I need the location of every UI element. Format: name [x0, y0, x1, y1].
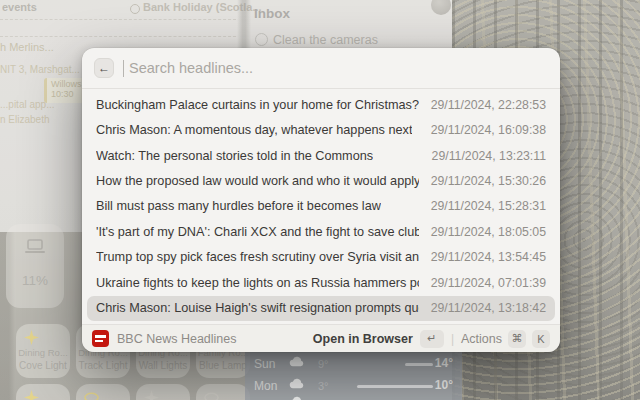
open-in-browser-button[interactable]: Open in Browser ↵: [313, 330, 444, 348]
sparkle-icon: [24, 330, 39, 345]
weather-high-temp: 10°: [435, 378, 453, 392]
news-title: Buckingham Palace curtains in your home …: [96, 98, 419, 112]
actions-label: Actions: [461, 332, 502, 346]
sparkle-icon: [24, 390, 39, 400]
weather-high-temp: 14°: [435, 356, 453, 370]
actions-button[interactable]: Actions ⌘ K: [461, 330, 550, 348]
return-key-icon: ↵: [420, 330, 444, 348]
news-title: Bill must pass many hurdles before it be…: [96, 199, 381, 213]
weather-row: Sun 9° 14°: [245, 354, 462, 372]
home-tile[interactable]: [76, 384, 130, 400]
news-timestamp: 29/11/2024, 22:28:53: [431, 98, 546, 112]
calendar-divider: [0, 36, 236, 37]
weather-low-temp: 3°: [318, 380, 329, 392]
news-timestamp: 29/11/2024, 13:18:42: [431, 301, 546, 315]
news-timestamp: 29/11/2024, 13:54:45: [431, 250, 546, 264]
laptop-icon: [24, 239, 46, 255]
cloud-icon: [289, 356, 304, 367]
back-button[interactable]: ←: [94, 58, 114, 78]
battery-percent: 11%: [6, 273, 64, 288]
news-timestamp: 29/11/2024, 15:28:31: [431, 199, 546, 213]
news-timestamp: 29/11/2024, 18:05:05: [431, 225, 546, 239]
news-row[interactable]: Trump top spy pick faces fresh scrutiny …: [87, 245, 555, 270]
weather-day: Mon: [254, 379, 277, 393]
news-row[interactable]: Watch: The personal stories told in the …: [87, 143, 555, 168]
tile-device: Track Light: [76, 360, 130, 371]
news-timestamp: 29/11/2024, 07:01:39: [431, 276, 546, 290]
news-title: Chris Mason: Louise Haigh's swift resign…: [96, 301, 419, 315]
home-tile[interactable]: [136, 384, 190, 400]
widget-icon: [431, 0, 451, 15]
weather-temp-bar: [405, 363, 433, 366]
k-key-icon: K: [532, 330, 550, 348]
calendar-event: h Merlins...: [0, 41, 80, 53]
search-bar: ←: [82, 48, 560, 89]
tile-room: Dining Ro...: [16, 347, 70, 358]
news-row[interactable]: Buckingham Palace curtains in your home …: [87, 92, 555, 117]
tile-device: Cove Light: [16, 360, 70, 371]
news-timestamp: 29/11/2024, 15:30:26: [431, 174, 546, 188]
news-timestamp: 29/11/2024, 16:09:38: [431, 123, 546, 137]
reminder-checkbox[interactable]: [255, 33, 268, 46]
headline-list: Buckingham Palace curtains in your home …: [82, 89, 560, 324]
footer-divider: |: [451, 332, 454, 346]
calendar-events-label: events: [2, 1, 37, 13]
weather-low-temp: 9°: [318, 358, 329, 370]
calendar-event: n Elizabeth: [0, 114, 80, 125]
repeat-icon: [130, 4, 140, 14]
extension-name: BBC News Headlines: [117, 332, 237, 346]
calendar-event: NIT 3, Marshgat...: [0, 64, 80, 75]
news-row[interactable]: Ukraine fights to keep the lights on as …: [87, 270, 555, 295]
lamp-icon: [204, 390, 219, 400]
screen: events Bank Holiday (Scotla... h Merlins…: [0, 0, 640, 400]
news-title: 'It's part of my DNA': Charli XCX and th…: [96, 225, 419, 239]
footer-actions-group: Open in Browser ↵ | Actions ⌘ K: [313, 330, 550, 348]
home-tile[interactable]: [16, 384, 70, 400]
news-timestamp: 29/11/2024, 13:23:11: [432, 149, 546, 163]
news-row[interactable]: 'It's part of my DNA': Charli XCX and th…: [87, 219, 555, 244]
news-row[interactable]: Bill must pass many hurdles before it be…: [87, 194, 555, 219]
sparkle-icon: [144, 390, 159, 400]
cloud-icon: [289, 396, 304, 400]
news-title: Ukraine fights to keep the lights on as …: [96, 276, 419, 290]
open-in-browser-label: Open in Browser: [313, 332, 413, 346]
weather-day: Sun: [254, 357, 275, 371]
news-row[interactable]: How the proposed law would work and who …: [87, 168, 555, 193]
tile-device: Blue Lamp: [196, 360, 250, 371]
window-edge-shadow: [237, 0, 251, 50]
lamp-icon: [84, 390, 99, 400]
reminder-item[interactable]: Clean the cameras: [273, 33, 378, 47]
tile-device: Wall Lights: [136, 360, 190, 371]
cloud-icon: [289, 378, 304, 389]
news-row-selected[interactable]: Chris Mason: Louise Haigh's swift resign…: [87, 296, 555, 321]
weather-widget[interactable]: Sun 9° 14° Mon 3° 10°: [245, 352, 462, 400]
search-input[interactable]: [127, 59, 548, 77]
bbc-news-icon: [92, 330, 109, 347]
weather-row: Mon 3° 10°: [245, 376, 462, 394]
news-title: How the proposed law would work and who …: [96, 174, 419, 188]
action-footer: BBC News Headlines Open in Browser ↵ | A…: [82, 324, 560, 352]
battery-widget[interactable]: 11%: [6, 224, 64, 308]
weather-temp-bar: [357, 385, 433, 388]
text-caret: [123, 60, 124, 77]
back-arrow-icon: ←: [98, 61, 110, 75]
news-row[interactable]: Chris Mason: A momentous day, whatever h…: [87, 117, 555, 142]
news-title: Watch: The personal stories told in the …: [96, 149, 373, 163]
reminders-title: Inbox: [254, 6, 290, 21]
news-title: Chris Mason: A momentous day, whatever h…: [96, 123, 412, 137]
news-title: Trump top spy pick faces fresh scrutiny …: [96, 250, 419, 264]
raycast-window: ← Buckingham Palace curtains in your hom…: [82, 48, 560, 352]
home-tile-cove-light[interactable]: Dining Ro... Cove Light: [16, 324, 70, 378]
command-key-icon: ⌘: [508, 330, 526, 348]
home-tile[interactable]: [196, 384, 250, 400]
calendar-divider: [0, 19, 236, 20]
